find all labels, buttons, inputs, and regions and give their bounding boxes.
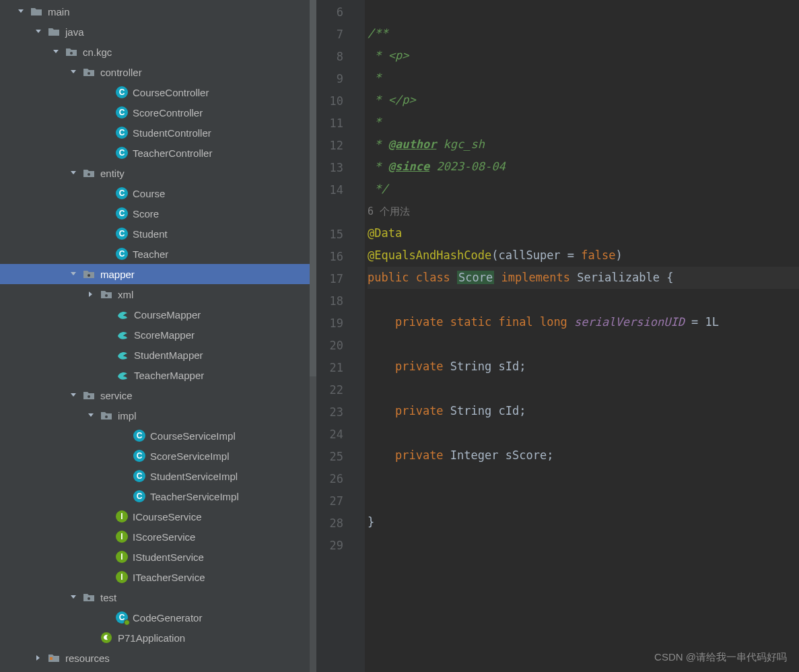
code-line[interactable]: @Data (368, 222, 799, 244)
chevron-right-icon[interactable] (32, 652, 44, 664)
chevron-down-icon[interactable] (67, 167, 79, 179)
code-line[interactable]: @EqualsAndHashCode(callSuper = false) (368, 244, 799, 267)
code-line[interactable]: /** (368, 22, 799, 44)
tree-class-TeacherServiceImpl[interactable]: CTeacherServiceImpl (0, 486, 316, 506)
tree-class-StudentController[interactable]: CStudentController (0, 123, 316, 143)
tree-item-label: ScoreController (133, 107, 203, 119)
line-number: 19 (323, 312, 343, 335)
code-line[interactable] (368, 289, 799, 311)
line-number: 9 (323, 68, 343, 90)
svg-rect-9 (50, 657, 53, 660)
tree-folder-xml[interactable]: xml (0, 284, 316, 304)
code-line[interactable]: private String sId; (368, 356, 799, 378)
tree-spring-app[interactable]: P71Application (0, 628, 316, 648)
class-icon: C (116, 127, 128, 139)
chevron-down-icon[interactable] (67, 66, 79, 78)
tree-class-CodeGenerator[interactable]: CCodeGenerator (0, 607, 316, 628)
tree-class-ScoreController[interactable]: CScoreController (0, 102, 316, 123)
tree-class-CourseServiceImpl[interactable]: CCourseServiceImpl (0, 426, 316, 446)
line-number: 29 (323, 535, 343, 557)
tree-folder-service[interactable]: service (0, 385, 316, 405)
tree-folder-controller[interactable]: controller (0, 62, 316, 82)
tree-item-label: TeacherMapper (134, 370, 204, 381)
tree-folder-java[interactable]: java (0, 22, 316, 42)
code-line[interactable]: * (368, 67, 799, 89)
chevron-down-icon[interactable] (32, 26, 44, 38)
tree-class-Course[interactable]: CCourse (0, 183, 316, 203)
line-number: 16 (323, 246, 343, 268)
chevron-down-icon[interactable] (15, 5, 27, 18)
tree-class-Score[interactable]: CScore (0, 203, 316, 224)
code-line[interactable] (368, 467, 799, 489)
line-number: 25 (323, 446, 343, 468)
code-line[interactable] (368, 378, 799, 400)
tree-item-label: IScoreService (133, 531, 195, 543)
tree-folder-mapper[interactable]: mapper (0, 264, 316, 284)
code-line[interactable]: * <p> (368, 44, 799, 67)
line-number: 24 (323, 424, 343, 446)
line-number: 15 (323, 224, 343, 246)
tree-interface-ITeacherService[interactable]: IITeacherService (0, 567, 316, 587)
tree-class-ScoreServiceImpl[interactable]: CScoreServiceImpl (0, 446, 316, 466)
line-number: 17 (323, 268, 343, 290)
tree-class-TeacherController[interactable]: CTeacherController (0, 143, 316, 163)
tree-item-label: StudentMapper (134, 349, 203, 361)
tree-folder-entity[interactable]: entity (0, 163, 316, 183)
chevron-down-icon[interactable] (67, 591, 79, 603)
code-line[interactable]: * (368, 111, 799, 133)
fold-strip[interactable] (355, 0, 365, 672)
tree-folder-test[interactable]: test (0, 587, 316, 607)
code-line[interactable]: private Integer sScore; (368, 444, 799, 467)
tree-item-label: resources (65, 652, 110, 664)
code-line[interactable]: public class Score implements Serializab… (368, 267, 799, 289)
code-line[interactable] (368, 533, 799, 556)
code-line[interactable] (368, 422, 799, 444)
sidebar-scrollbar[interactable] (310, 0, 316, 672)
code-line[interactable] (368, 333, 799, 356)
chevron-right-icon[interactable] (85, 288, 97, 300)
sidebar-scroll-thumb[interactable] (310, 0, 316, 376)
code-editor[interactable]: 67891011121314 1516171819202122232425262… (316, 0, 799, 672)
chevron-down-icon[interactable] (85, 409, 97, 422)
code-line[interactable]: * </p> (368, 89, 799, 111)
tree-item-label: StudentController (133, 127, 211, 139)
tree-folder-main[interactable]: main (0, 1, 316, 22)
code-line[interactable]: */ (368, 178, 799, 200)
code-line[interactable] (368, 489, 799, 511)
project-tree-panel[interactable]: mainjavacn.kgccontrollerCCourseControlle… (0, 0, 316, 672)
tree-package-cn-kgc[interactable]: cn.kgc (0, 42, 316, 62)
usage-hint-line[interactable]: 6 个用法 (368, 200, 799, 222)
usage-hint[interactable] (323, 201, 343, 224)
chevron-down-icon[interactable] (67, 268, 79, 280)
tree-item-label: java (65, 26, 84, 38)
tree-mapper-StudentMapper[interactable]: StudentMapper (0, 345, 316, 365)
tree-interface-ICourseService[interactable]: IICourseService (0, 506, 316, 527)
code-line[interactable]: * @since 2023-08-04 (368, 156, 799, 178)
code-line[interactable] (368, 0, 799, 22)
code-line[interactable]: private static final long serialVersionU… (368, 311, 799, 333)
line-number: 27 (323, 490, 343, 512)
code-line[interactable]: private String cId; (368, 400, 799, 422)
interface-icon: I (116, 510, 128, 523)
tree-folder-resources[interactable]: resources (0, 648, 316, 668)
class-icon: C (116, 86, 128, 98)
code-line[interactable]: } (368, 511, 799, 533)
code-area[interactable]: /** * <p> * * </p> * * @author kgc_sh * … (365, 0, 799, 672)
tree-class-Student[interactable]: CStudent (0, 224, 316, 244)
chevron-down-icon[interactable] (67, 389, 79, 401)
tree-item-label: test (100, 592, 116, 603)
tree-mapper-ScoreMapper[interactable]: ScoreMapper (0, 325, 316, 345)
package-folder-icon (65, 45, 78, 59)
tree-folder-impl[interactable]: impl (0, 405, 316, 426)
tree-mapper-CourseMapper[interactable]: CourseMapper (0, 304, 316, 325)
code-line[interactable]: * @author kgc_sh (368, 133, 799, 156)
tree-mapper-TeacherMapper[interactable]: TeacherMapper (0, 365, 316, 385)
tree-interface-IScoreService[interactable]: IIScoreService (0, 527, 316, 547)
tree-class-CourseController[interactable]: CCourseController (0, 82, 316, 102)
spring-app-icon (100, 631, 113, 644)
tree-class-Teacher[interactable]: CTeacher (0, 244, 316, 264)
tree-interface-IStudentService[interactable]: IIStudentService (0, 547, 316, 567)
tree-class-StudentServiceImpl[interactable]: CStudentServiceImpl (0, 466, 316, 486)
chevron-down-icon[interactable] (50, 46, 62, 58)
project-tree[interactable]: mainjavacn.kgccontrollerCCourseControlle… (0, 0, 316, 668)
